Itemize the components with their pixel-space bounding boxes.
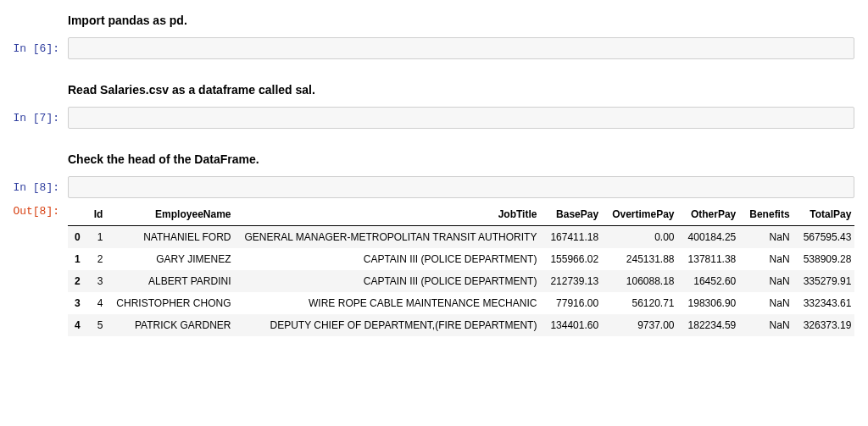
- notebook: Import pandas as pd. In [6]: Read Salari…: [0, 0, 868, 355]
- table-cell: 106088.18: [605, 270, 681, 292]
- table-cell: NATHANIEL FORD: [109, 226, 237, 249]
- markdown-heading: Read Salaries.csv as a dataframe called …: [68, 83, 854, 97]
- table-cell: DEPUTY CHIEF OF DEPARTMENT,(FIRE DEPARTM…: [237, 314, 543, 336]
- markdown-heading: Check the head of the DataFrame.: [68, 152, 854, 166]
- table-cell: CAPTAIN III (POLICE DEPARTMENT): [237, 248, 543, 270]
- table-cell: NaN: [743, 248, 796, 270]
- code-input-8[interactable]: [68, 176, 854, 198]
- code-input-7[interactable]: [68, 107, 854, 129]
- table-cell: 5: [87, 314, 110, 336]
- table-cell: ALBERT PARDINI: [109, 270, 237, 292]
- table-cell: NaN: [743, 292, 796, 314]
- table-cell: 137811.38: [682, 248, 743, 270]
- dataframe-table: Id EmployeeName JobTitle BasePay Overtim…: [68, 203, 854, 336]
- table-cell: 245131.88: [605, 248, 681, 270]
- table-cell: 134401.60: [543, 314, 605, 336]
- prompt-empty: [0, 147, 68, 174]
- table-cell: 0.00: [605, 226, 681, 249]
- table-cell: 400184.25: [682, 226, 743, 249]
- table-header: BasePay: [543, 203, 605, 226]
- row-index: 1: [68, 248, 87, 270]
- code-cell-6: In [6]:: [0, 37, 868, 59]
- table-row: 12GARY JIMENEZCAPTAIN III (POLICE DEPART…: [68, 248, 854, 270]
- row-index: 0: [68, 226, 87, 249]
- table-header: EmployeeName: [109, 203, 237, 226]
- table-header: [68, 203, 87, 226]
- prompt-empty: [0, 8, 68, 36]
- code-input-6[interactable]: [68, 37, 854, 59]
- in-prompt-6: In [6]:: [0, 37, 68, 59]
- table-cell: WIRE ROPE CABLE MAINTENANCE MECHANIC: [237, 292, 543, 314]
- table-cell: GARY JIMENEZ: [109, 248, 237, 270]
- table-cell: 4: [87, 292, 110, 314]
- dataframe-output[interactable]: Id EmployeeName JobTitle BasePay Overtim…: [68, 200, 854, 336]
- table-cell: NaN: [743, 314, 796, 336]
- code-cell-7: In [7]:: [0, 107, 868, 129]
- markdown-heading: Import pandas as pd.: [68, 14, 854, 27]
- table-cell: 56120.71: [605, 292, 681, 314]
- table-cell: 2: [87, 248, 110, 270]
- table-header: TotalPay: [797, 203, 854, 226]
- table-header: OvertimePay: [605, 203, 681, 226]
- in-prompt-8: In [8]:: [0, 176, 68, 198]
- row-index: 2: [68, 270, 87, 292]
- table-cell: 1: [87, 226, 110, 249]
- table-row: 23ALBERT PARDINICAPTAIN III (POLICE DEPA…: [68, 270, 854, 292]
- table-header-row: Id EmployeeName JobTitle BasePay Overtim…: [68, 203, 854, 226]
- table-cell: 3: [87, 270, 110, 292]
- table-cell: 198306.90: [682, 292, 743, 314]
- markdown-cell: Read Salaries.csv as a dataframe called …: [0, 78, 868, 105]
- markdown-cell: Check the head of the DataFrame.: [0, 147, 868, 174]
- table-cell: GENERAL MANAGER-METROPOLITAN TRANSIT AUT…: [237, 226, 543, 249]
- table-cell: 335279.91: [797, 270, 854, 292]
- table-cell: 567595.43: [797, 226, 854, 249]
- table-cell: 326373.19: [797, 314, 854, 336]
- row-index: 3: [68, 292, 87, 314]
- table-cell: CHRISTOPHER CHONG: [109, 292, 237, 314]
- table-cell: 167411.18: [543, 226, 605, 249]
- output-cell-8: Out[8]: Id EmployeeName JobTitle BasePay…: [0, 200, 868, 336]
- in-prompt-7: In [7]:: [0, 107, 68, 129]
- table-cell: 155966.02: [543, 248, 605, 270]
- markdown-cell: Import pandas as pd.: [0, 8, 868, 36]
- out-prompt-8: Out[8]:: [0, 200, 68, 336]
- table-cell: 212739.13: [543, 270, 605, 292]
- table-header: JobTitle: [237, 203, 543, 226]
- table-cell: 182234.59: [682, 314, 743, 336]
- table-cell: NaN: [743, 270, 796, 292]
- table-row: 34CHRISTOPHER CHONGWIRE ROPE CABLE MAINT…: [68, 292, 854, 314]
- table-row: 01NATHANIEL FORDGENERAL MANAGER-METROPOL…: [68, 226, 854, 249]
- table-header: Benefits: [743, 203, 796, 226]
- table-cell: 332343.61: [797, 292, 854, 314]
- code-cell-8: In [8]:: [0, 176, 868, 198]
- prompt-empty: [0, 78, 68, 105]
- table-cell: 9737.00: [605, 314, 681, 336]
- table-header: Id: [87, 203, 110, 226]
- table-cell: 16452.60: [682, 270, 743, 292]
- table-cell: CAPTAIN III (POLICE DEPARTMENT): [237, 270, 543, 292]
- table-header: OtherPay: [682, 203, 743, 226]
- table-cell: 77916.00: [543, 292, 605, 314]
- table-row: 45PATRICK GARDNERDEPUTY CHIEF OF DEPARTM…: [68, 314, 854, 336]
- table-cell: NaN: [743, 226, 796, 249]
- table-cell: 538909.28: [797, 248, 854, 270]
- row-index: 4: [68, 314, 87, 336]
- table-cell: PATRICK GARDNER: [109, 314, 237, 336]
